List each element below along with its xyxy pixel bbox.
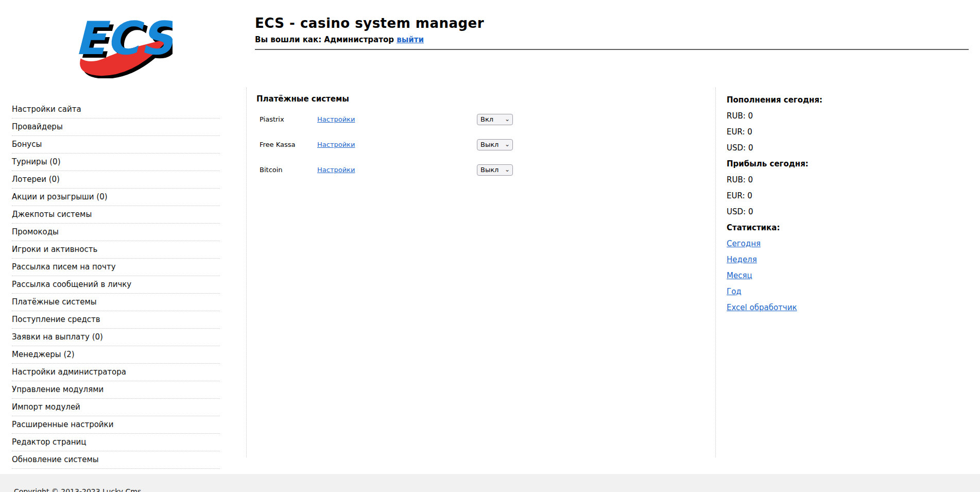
stats-link-row: Неделя <box>727 252 891 268</box>
sidebar-divider <box>246 88 247 457</box>
sidebar-item[interactable]: Лотереи (0) <box>12 171 220 189</box>
sidebar-item[interactable]: Джекпоты системы <box>12 206 220 224</box>
sidebar-item[interactable]: Импорт модулей <box>12 399 220 416</box>
sidebar-item[interactable]: Заявки на выплату (0) <box>12 329 220 346</box>
payments-list: Piastrix Настройки Вкл ⌄ Free Kassa Наст… <box>256 114 699 175</box>
profit-list: RUB: 0 EUR: 0 USD: 0 <box>727 172 891 220</box>
stats-panel: Пополнения сегодня: RUB: 0 EUR: 0 USD: 0… <box>727 92 891 316</box>
deposits-heading: Пополнения сегодня: <box>727 92 891 108</box>
sidebar-item[interactable]: Расширенные настройки <box>12 416 220 434</box>
payment-link-cell: Настройки <box>317 115 477 123</box>
sidebar-item[interactable]: Настройки сайта <box>12 101 220 118</box>
stat-label: RUB: <box>727 175 746 184</box>
payment-row: Piastrix Настройки Вкл ⌄ <box>256 114 699 125</box>
stat-label: RUB: <box>727 111 746 121</box>
stats-link-row: Месяц <box>727 268 891 284</box>
payment-link-cell: Настройки <box>317 166 477 174</box>
login-status: Вы вошли как: Администратор выйти <box>255 35 969 44</box>
sidebar-item[interactable]: Менеджеры (2) <box>12 346 220 364</box>
payments-section: Платёжные системы Piastrix Настройки Вкл… <box>256 94 699 190</box>
payment-state-select[interactable]: Выкл <box>477 139 513 150</box>
stats-link-row: Сегодня <box>727 236 891 252</box>
payment-state-select[interactable]: Вкл <box>477 114 513 125</box>
stat-label: EUR: <box>727 191 745 200</box>
stats-links: Сегодня Неделя Месяц Год Excel обработчи… <box>727 236 891 316</box>
stat-value: 0 <box>748 207 753 216</box>
stat-label: USD: <box>727 207 746 216</box>
stat-value: 0 <box>748 175 753 184</box>
payment-state-select-wrap: Вкл ⌄ <box>477 114 513 125</box>
stat-row: RUB: 0 <box>727 172 891 188</box>
copyright-text: Copyright © 2013-2023 Lucky Cms <box>14 487 141 492</box>
stat-value: 0 <box>748 111 753 121</box>
payment-state-select-wrap: Выкл ⌄ <box>477 164 513 176</box>
logout-link[interactable]: выйти <box>397 35 424 44</box>
stats-link-row: Excel обработчик <box>727 300 891 316</box>
sidebar-item[interactable]: Рассылка писем на почту <box>12 259 220 276</box>
stats-link-row: Год <box>727 284 891 300</box>
payment-settings-link[interactable]: Настройки <box>317 166 355 174</box>
stats-heading: Статистика: <box>727 220 891 236</box>
sidebar-menu: Настройки сайта Провайдеры Бонусы Турнир… <box>12 101 220 469</box>
payment-state-select-wrap: Выкл ⌄ <box>477 139 513 150</box>
stat-row: EUR: 0 <box>727 188 891 204</box>
sidebar-item[interactable]: Настройки администратора <box>12 364 220 381</box>
payment-state-select[interactable]: Выкл <box>477 164 513 176</box>
header-rule <box>255 49 969 50</box>
stat-label: EUR: <box>727 127 745 137</box>
ecs-logo-image: ECS ECS <box>72 11 173 78</box>
sidebar-item[interactable]: Поступление средств <box>12 311 220 329</box>
sidebar-item[interactable]: Промокоды <box>12 224 220 241</box>
ecs-logo[interactable]: ECS ECS <box>72 11 173 78</box>
stat-value: 0 <box>747 127 752 137</box>
page-title: ECS - casino system manager <box>255 15 969 31</box>
stat-value: 0 <box>748 143 753 152</box>
stat-row: USD: 0 <box>727 140 891 156</box>
sidebar-item[interactable]: Рассылка сообщений в личку <box>12 276 220 294</box>
profit-heading: Прибыль сегодня: <box>727 156 891 172</box>
sidebar-item[interactable]: Турниры (0) <box>12 154 220 171</box>
sidebar-item[interactable]: Обновление системы <box>12 451 220 469</box>
sidebar-item[interactable]: Бонусы <box>12 136 220 154</box>
login-status-label: Вы вошли как: Администратор <box>255 35 394 44</box>
payment-settings-link[interactable]: Настройки <box>317 141 355 148</box>
footer: Copyright © 2013-2023 Lucky Cms <box>0 474 980 492</box>
sidebar-item[interactable]: Управление модулями <box>12 381 220 399</box>
payment-link-cell: Настройки <box>317 141 477 148</box>
stats-link[interactable]: Месяц <box>727 271 752 280</box>
payment-row: Bitcoin Настройки Выкл ⌄ <box>256 164 699 175</box>
sidebar-item[interactable]: Провайдеры <box>12 118 220 136</box>
stat-row: USD: 0 <box>727 204 891 220</box>
payments-heading: Платёжные системы <box>256 94 699 104</box>
deposits-list: RUB: 0 EUR: 0 USD: 0 <box>727 108 891 156</box>
payment-name: Bitcoin <box>260 166 317 174</box>
sidebar-menu-list: Настройки сайта Провайдеры Бонусы Турнир… <box>12 101 220 469</box>
header: ECS - casino system manager Вы вошли как… <box>255 15 969 50</box>
sidebar-item[interactable]: Игроки и активность <box>12 241 220 259</box>
payment-name: Piastrix <box>260 115 317 123</box>
payment-name: Free Kassa <box>260 141 317 148</box>
sidebar-item[interactable]: Акции и розыгрыши (0) <box>12 189 220 206</box>
stats-link[interactable]: Excel обработчик <box>727 303 797 312</box>
stats-link[interactable]: Сегодня <box>727 239 761 248</box>
sidebar-item[interactable]: Редактор страниц <box>12 434 220 451</box>
stat-row: RUB: 0 <box>727 108 891 124</box>
stat-label: USD: <box>727 143 746 152</box>
payment-row: Free Kassa Настройки Выкл ⌄ <box>256 139 699 150</box>
sidebar-item[interactable]: Платёжные системы <box>12 294 220 311</box>
stats-divider <box>715 88 716 457</box>
stat-row: EUR: 0 <box>727 124 891 140</box>
stats-link[interactable]: Неделя <box>727 255 757 264</box>
svg-text:ECS: ECS <box>75 12 173 65</box>
stat-value: 0 <box>747 191 752 200</box>
payment-settings-link[interactable]: Настройки <box>317 115 355 123</box>
stats-link[interactable]: Год <box>727 287 742 296</box>
